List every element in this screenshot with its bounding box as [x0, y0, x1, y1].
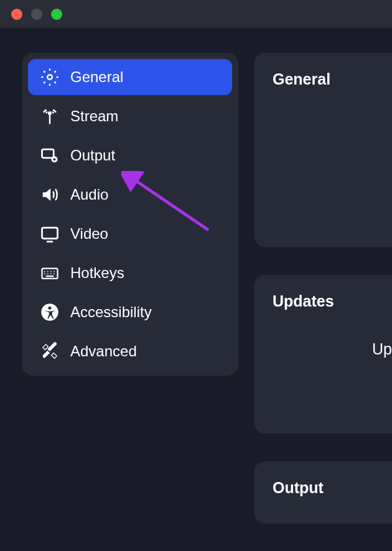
right-panels: General Updates Up Output: [254, 53, 392, 551]
sidebar-item-audio[interactable]: Audio: [28, 177, 232, 213]
content-area: General Stream Output: [0, 28, 392, 551]
sidebar-item-label: Output: [70, 147, 115, 164]
svg-point-1: [49, 112, 51, 114]
panel-title-updates: Updates: [273, 292, 373, 310]
minimize-window-button[interactable]: [31, 9, 42, 20]
svg-point-0: [47, 75, 52, 80]
sidebar-item-label: Accessibility: [70, 303, 152, 321]
sidebar-item-label: Stream: [70, 108, 118, 125]
maximize-window-button[interactable]: [51, 9, 62, 20]
close-window-button[interactable]: [11, 9, 22, 20]
window-titlebar: [0, 0, 392, 28]
svg-point-8: [49, 307, 52, 310]
sidebar-item-stream[interactable]: Stream: [28, 98, 232, 134]
svg-rect-5: [42, 228, 58, 239]
sidebar-item-label: Audio: [70, 186, 108, 203]
sidebar-item-label: General: [70, 68, 123, 86]
sidebar-item-general[interactable]: General: [28, 59, 232, 95]
sidebar-item-video[interactable]: Video: [28, 216, 232, 252]
sidebar-item-label: Video: [70, 225, 108, 243]
panel-updates: Updates Up: [254, 275, 392, 433]
speaker-icon: [40, 185, 59, 204]
output-icon: [40, 146, 59, 165]
antenna-icon: [40, 107, 59, 126]
sidebar-item-hotkeys[interactable]: Hotkeys: [28, 255, 232, 291]
monitor-icon: [40, 225, 59, 243]
accessibility-icon: [40, 303, 59, 322]
panel-general: General: [254, 53, 392, 247]
tools-icon: [40, 342, 59, 361]
svg-rect-2: [42, 149, 54, 158]
sidebar-item-advanced[interactable]: Advanced: [28, 333, 232, 369]
gear-icon: [40, 68, 59, 86]
updates-partial-text: Up: [372, 340, 392, 358]
sidebar-item-label: Hotkeys: [70, 264, 124, 282]
keyboard-icon: [40, 264, 59, 282]
sidebar-item-label: Advanced: [70, 343, 137, 360]
panel-title-output: Output: [273, 479, 373, 497]
panel-title-general: General: [273, 70, 373, 88]
sidebar-item-output[interactable]: Output: [28, 137, 232, 174]
svg-point-4: [54, 158, 56, 160]
settings-sidebar: General Stream Output: [22, 53, 238, 376]
panel-output: Output: [254, 461, 392, 524]
sidebar-item-accessibility[interactable]: Accessibility: [28, 294, 232, 330]
